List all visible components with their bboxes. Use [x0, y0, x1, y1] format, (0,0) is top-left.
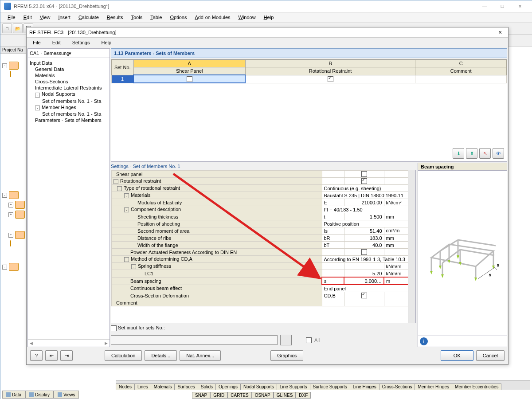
set-input-field[interactable] [111, 335, 278, 345]
dlg-menu-edit[interactable]: Edit [49, 39, 64, 46]
ok-button[interactable]: OK [441, 350, 473, 361]
tree-item[interactable]: Materials [30, 72, 108, 78]
minimize-button[interactable]: — [476, 1, 493, 12]
cancel-button[interactable]: Cancel [476, 350, 505, 361]
nat-annex-button[interactable]: Nat. Annex... [180, 350, 221, 361]
folder-icon[interactable] [15, 211, 25, 219]
setting-value[interactable]: 5.20 [344, 270, 384, 278]
snap-grid[interactable]: GRID [210, 392, 227, 399]
tab-member-hinges[interactable]: Member Hinges [415, 383, 452, 390]
setting-value[interactable]: End panel [322, 285, 415, 292]
tree-collapse-icon[interactable]: - [2, 193, 7, 198]
setting-value[interactable]: 21000.00 [344, 199, 384, 206]
folder-icon[interactable] [10, 71, 11, 77]
snap-toolbar[interactable]: SNAPGRIDCARTESOSNAPGLINESDXF [192, 392, 311, 399]
view-icon[interactable]: 👁 [493, 148, 504, 159]
tab-openings[interactable]: Openings [215, 383, 241, 390]
tree-expand-icon[interactable]: + [8, 233, 13, 238]
tree-item[interactable]: General Data [30, 66, 108, 72]
tab-line-hinges[interactable]: Line Hinges [350, 383, 379, 390]
setting-value[interactable] [344, 171, 384, 178]
sidebar-scrollbar[interactable]: ◄► [28, 339, 110, 347]
snap-cartes[interactable]: CARTES [227, 392, 251, 399]
maximize-button[interactable]: □ [493, 1, 511, 12]
menu-insert[interactable]: Insert [55, 14, 74, 21]
pick-icon[interactable]: ↖ [479, 148, 491, 159]
setting-value[interactable]: Continuous (e.g. sheeting) [322, 185, 415, 192]
toolbar-open-icon[interactable]: 📂 [13, 23, 23, 33]
pick-members-button[interactable] [280, 335, 292, 345]
toolbar-new-icon[interactable]: □ [2, 23, 12, 33]
setting-value[interactable]: FI + 40/183 - 1.50 [322, 206, 415, 213]
folder-icon[interactable] [10, 240, 11, 246]
tree-collapse-icon[interactable]: - [2, 63, 7, 68]
setting-value[interactable]: 1.500 [344, 213, 384, 220]
dlg-menu-settings[interactable]: Settings [69, 39, 94, 46]
tab-solids[interactable]: Solids [198, 383, 216, 390]
menu-help[interactable]: Help [260, 14, 278, 21]
menu-results[interactable]: Results [103, 14, 127, 21]
details-button[interactable]: Details... [145, 350, 177, 361]
tree-collapse-icon[interactable]: - [2, 265, 7, 270]
row-number[interactable]: 1 [112, 75, 134, 83]
snap-dxf[interactable]: DXF [296, 392, 311, 399]
set-input-checkbox[interactable] [111, 325, 117, 331]
tree-item[interactable]: Set of members No. 1 - Sta [30, 98, 108, 104]
calculation-button[interactable]: Calculation [105, 350, 142, 361]
tree-item[interactable]: Input Data [30, 60, 108, 66]
tree-item[interactable]: -Nodal Supports [30, 91, 108, 98]
viewtab-views[interactable]: Views [54, 391, 79, 399]
next-button[interactable]: ⇥ [60, 350, 73, 361]
tab-surface-supports[interactable]: Surface Supports [310, 383, 350, 390]
settings-scrollbar[interactable] [408, 170, 415, 323]
viewtab-data[interactable]: Data [2, 391, 25, 399]
tree-item[interactable]: Cross-Sections [30, 78, 108, 85]
setting-value[interactable] [344, 292, 384, 299]
tree-item[interactable]: Parameters - Sets of Members [30, 117, 108, 123]
folder-icon[interactable] [15, 231, 25, 239]
settings-grid[interactable]: Shear panel-Rotational restraint-Type of… [111, 170, 416, 323]
tab-line-supports[interactable]: Line Supports [277, 383, 310, 390]
case-combo[interactable]: CA1 - Bemessung nach Eurocod ▾ [28, 49, 110, 58]
snap-osnap[interactable]: OSNAP [252, 392, 274, 399]
viewtab-display[interactable]: Display [25, 391, 54, 399]
dialog-close-button[interactable]: × [495, 28, 505, 36]
info-icon[interactable]: i [420, 337, 428, 345]
snap-glines[interactable]: GLINES [274, 392, 296, 399]
prev-button[interactable]: ⇤ [45, 350, 58, 361]
setting-value[interactable]: 0.000… [344, 277, 384, 285]
setting-value[interactable]: According to EN 1993-1-3, Table 10.3 [322, 256, 415, 263]
menu-calculate[interactable]: Calculate [75, 14, 102, 21]
dlg-menu-help[interactable]: Help [98, 39, 115, 46]
menu-tools[interactable]: Tools [127, 14, 146, 21]
menu-add-on-modules[interactable]: Add-on Modules [191, 14, 234, 21]
setting-value[interactable]: 40.0 [344, 242, 384, 249]
folder-icon[interactable] [9, 263, 19, 271]
input-tree[interactable]: Input DataGeneral DataMaterialsCross-Sec… [28, 58, 110, 339]
setting-value[interactable]: 51.40 [344, 227, 384, 235]
tree-expand-icon[interactable]: + [8, 203, 13, 207]
tab-member-eccentricities[interactable]: Member Eccentricities [452, 383, 501, 390]
col-c-header[interactable]: C [415, 60, 507, 67]
tab-nodal-supports[interactable]: Nodal Supports [240, 383, 277, 390]
shear-panel-cell[interactable] [133, 75, 245, 83]
tab-lines[interactable]: Lines [134, 383, 151, 390]
all-checkbox[interactable] [306, 337, 312, 343]
comment-cell[interactable] [415, 75, 507, 83]
menu-edit[interactable]: Edit [20, 14, 35, 21]
tree-item[interactable]: Set of members No. 1 - Sta [30, 111, 108, 117]
tree-expand-icon[interactable]: + [8, 212, 13, 217]
dlg-menu-file[interactable]: File [29, 39, 44, 46]
setting-value[interactable] [344, 178, 384, 185]
parameters-grid[interactable]: Set No. A B C Shear Panel Rotational Res… [111, 59, 507, 162]
menu-options[interactable]: Options [166, 14, 190, 21]
help-button[interactable]: ? [30, 350, 43, 361]
folder-icon[interactable] [9, 191, 19, 199]
import-icon[interactable]: ⬇ [453, 148, 464, 159]
view-tabs[interactable]: DataDisplayViews [2, 391, 79, 399]
tab-materials[interactable]: Materials [151, 383, 175, 390]
col-b-header[interactable]: B [245, 60, 415, 67]
rotational-restraint-cell[interactable] [245, 75, 415, 83]
tab-nodes[interactable]: Nodes [116, 383, 135, 390]
snap-snap[interactable]: SNAP [192, 392, 210, 399]
